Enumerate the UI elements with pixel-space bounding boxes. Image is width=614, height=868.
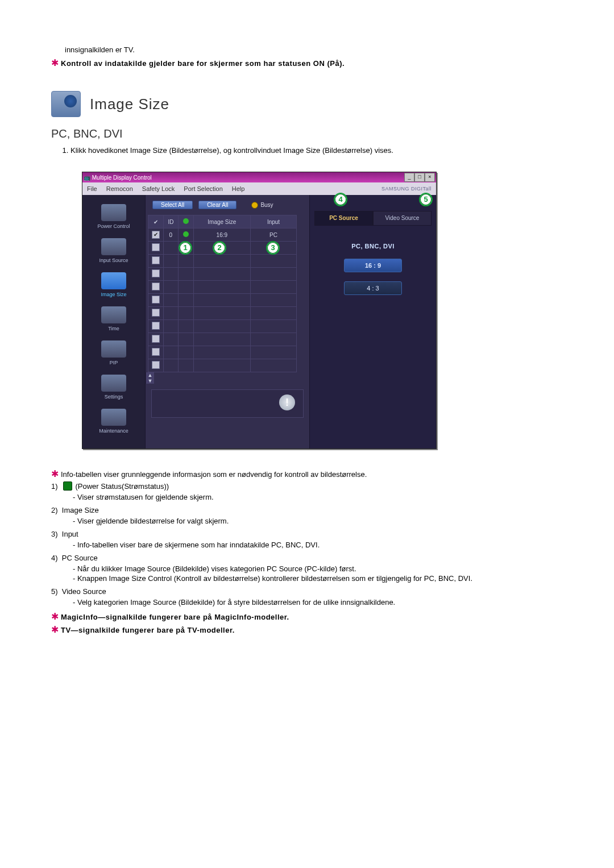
sidebar-item-maintenance[interactable]: Maintenance — [85, 409, 143, 434]
subsection-heading: PC, BNC, DVI — [51, 127, 563, 140]
info-note: ✱Info-tabellen viser grunnleggende infor… — [51, 468, 563, 479]
app-window: 📺 Multiple Display Control _ □ × File Re… — [82, 172, 437, 449]
item-3: 3) Input — [51, 530, 563, 538]
brand-label: SAMSUNG DIGITall — [381, 186, 432, 192]
minimize-button[interactable]: _ — [404, 173, 414, 182]
item-2-sub: - Viser gjeldende bildestørrelse for val… — [73, 517, 563, 525]
intro-note-text: Kontroll av indatakilde gjelder bare for… — [61, 59, 345, 68]
table-row[interactable] — [148, 307, 297, 320]
table-row[interactable]: 016:9PC — [148, 229, 297, 242]
callout-5: 5 — [419, 193, 433, 206]
table-row[interactable] — [148, 359, 297, 372]
checkbox[interactable] — [152, 231, 160, 239]
table-row[interactable] — [148, 268, 297, 281]
table-row[interactable] — [148, 281, 297, 294]
star-icon: ✱ — [51, 625, 59, 634]
note-magicinfo: ✱MagicInfo—signalkilde fungerer bare på … — [51, 611, 563, 622]
menu-file[interactable]: File — [87, 185, 97, 192]
sidebar-item-time[interactable]: Time — [85, 306, 143, 331]
tab-video-source[interactable]: Video Source — [373, 211, 432, 226]
intro-line: innsignalkilden er TV. — [51, 45, 563, 54]
close-button[interactable]: × — [425, 173, 435, 182]
intro-note: ✱Kontroll av indatakilde gjelder bare fo… — [51, 57, 563, 68]
section-heading: Image Size — [90, 95, 169, 113]
sidebar-item-image-size[interactable]: Image Size — [85, 272, 143, 297]
star-icon: ✱ — [51, 58, 59, 68]
power-status-icon — [63, 481, 72, 491]
menu-safety-lock[interactable]: Safety Lock — [142, 185, 175, 192]
item-3-sub: - Info-tabellen viser bare de skjermene … — [73, 541, 563, 549]
item-4-sub-b: - Knappen Image Size Control (Kontroll a… — [73, 574, 563, 583]
busy-label: Busy — [260, 202, 273, 208]
alert-icon: ! — [279, 394, 295, 410]
callout-3: 3 — [266, 241, 280, 255]
item-1-sub: - Viser strømstatusen for gjeldende skje… — [73, 493, 563, 501]
table-row[interactable] — [148, 320, 297, 333]
table-row[interactable] — [148, 255, 297, 268]
window-title: 📺 Multiple Display Control — [84, 175, 152, 181]
tab-pc-source[interactable]: PC Source — [314, 211, 373, 226]
item-1: 1) (Power Status(Strømstatus)) — [51, 481, 563, 491]
option-16-9[interactable]: 16 : 9 — [344, 259, 402, 272]
table-row[interactable] — [148, 294, 297, 307]
status-panel: ! — [151, 389, 304, 418]
callout-4: 4 — [334, 193, 347, 206]
sidebar-item-settings[interactable]: Settings — [85, 375, 143, 400]
table-row[interactable] — [148, 346, 297, 359]
right-pane-section-title: PC, BNC, DVI — [351, 243, 395, 250]
menu-help[interactable]: Help — [232, 185, 245, 192]
callout-1: 1 — [179, 241, 192, 255]
star-icon: ✱ — [51, 469, 59, 479]
sidebar-item-power-control[interactable]: Power Control — [85, 204, 143, 229]
menu-remocon[interactable]: Remocon — [106, 185, 133, 192]
display-table: ✔ ID Image Size Input 016:9PC — [148, 215, 297, 372]
item-4-sub-a: - Når du klikker Image Source (Bildekild… — [73, 564, 563, 573]
item-5: 5) Video Source — [51, 587, 563, 596]
sidebar-item-pip[interactable]: PIP — [85, 340, 143, 366]
star-icon: ✱ — [51, 612, 59, 621]
image-size-icon — [51, 91, 81, 117]
busy-icon — [251, 202, 258, 209]
sidebar-item-input-source[interactable]: Input Source — [85, 238, 143, 263]
item-5-sub: - Velg kategorien Image Source (Bildekil… — [73, 598, 563, 607]
col-id: ID — [163, 215, 178, 229]
step-1: Klikk hovedikonet Image Size (Bildestørr… — [70, 146, 563, 155]
item-2: 2) Image Size — [51, 506, 563, 514]
clear-all-button[interactable]: Clear All — [198, 201, 237, 209]
select-all-button[interactable]: Select All — [152, 201, 193, 209]
maximize-button[interactable]: □ — [414, 173, 425, 182]
table-row[interactable] — [148, 333, 297, 346]
col-input: Input — [251, 215, 297, 229]
col-image-size: Image Size — [193, 215, 250, 229]
note-tv: ✱TV—signalkilde fungerer bare på TV-mode… — [51, 624, 563, 635]
col-check[interactable]: ✔ — [148, 215, 164, 229]
callout-2: 2 — [213, 241, 226, 255]
option-4-3[interactable]: 4 : 3 — [344, 281, 402, 295]
scrollbar[interactable]: ▲▼ — [146, 372, 154, 384]
col-power — [179, 215, 193, 229]
menu-port-selection[interactable]: Port Selection — [184, 185, 222, 192]
item-4: 4) PC Source — [51, 554, 563, 562]
